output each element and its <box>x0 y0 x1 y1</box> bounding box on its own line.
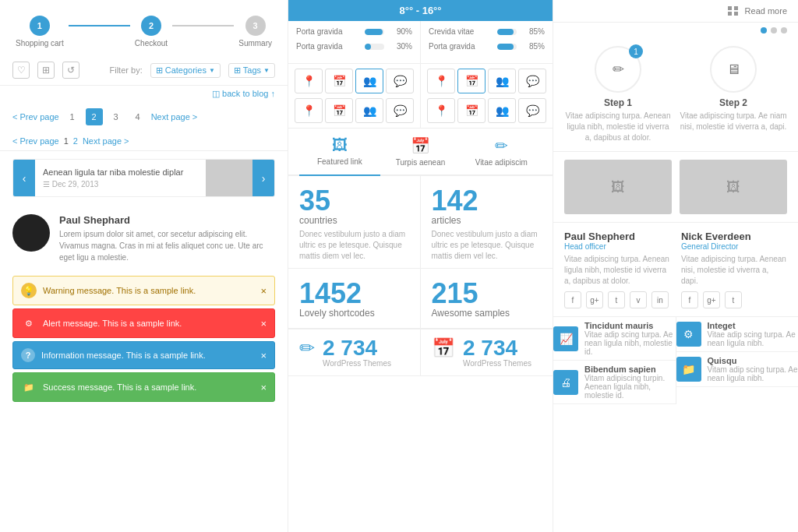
icon-calendar-3[interactable]: 📅 <box>457 69 486 93</box>
prev-page-2-btn[interactable]: < Prev page <box>12 136 59 146</box>
pagination-2: < Prev page 1 2 Next page > <box>0 132 288 151</box>
icon-chat-2[interactable]: 💬 <box>386 98 414 123</box>
middle-panel: 8°° - 16°° Porta gravida 90% Porta gravi… <box>288 0 553 532</box>
icon-users-1[interactable]: 👥 <box>355 69 383 93</box>
feature-integet-desc: Vitae adip scing turpa. Ae nean ligula n… <box>708 330 799 347</box>
progress-left: Porta gravida 90% Porta gravida 30% <box>288 21 421 63</box>
temperature: 8°° - 16°° <box>399 5 441 16</box>
progress-pct-1: 90% <box>390 27 412 36</box>
tags-filter[interactable]: ⊞ Tags ▼ <box>228 63 275 78</box>
alert-success-close[interactable]: × <box>260 382 267 393</box>
stat-samples: 215 Awesome samples <box>421 269 553 329</box>
next-page-2-btn[interactable]: Next page > <box>83 136 129 146</box>
grid-dot-3 <box>728 12 732 16</box>
progress-pct-3: 85% <box>523 27 545 36</box>
alert-success: 📁 Success message. This is a sample link… <box>12 372 275 402</box>
back-to-blog[interactable]: ◫ back to blog ↑ <box>0 86 288 102</box>
avatar <box>12 214 50 252</box>
feature-quisqu-title: Quisqu <box>708 356 799 365</box>
icon-calendar-4[interactable]: 📅 <box>457 98 486 123</box>
read-more-link[interactable]: Read more <box>745 6 787 16</box>
paul-gplus[interactable]: g+ <box>586 291 603 308</box>
grid-dot-2 <box>734 6 738 10</box>
step-2-icon: 🖥 <box>726 62 740 78</box>
grid-icon[interactable]: ⊞ <box>37 62 55 79</box>
icon-chat-3[interactable]: 💬 <box>518 69 546 93</box>
page-2-1[interactable]: 1 <box>64 136 69 146</box>
dot-active <box>761 27 767 33</box>
page-2[interactable]: 2 <box>86 108 103 125</box>
paul-facebook[interactable]: f <box>564 291 581 308</box>
tab-vitae[interactable]: ✏ Vitae adipiscim <box>461 129 542 174</box>
tab-turpis[interactable]: 📅 Turpis aenean <box>380 129 461 174</box>
icon-users-2[interactable]: 👥 <box>355 98 383 123</box>
icon-stat-2-label: WordPress Themes <box>463 359 531 368</box>
tab-featured-icon: 🖼 <box>332 136 348 154</box>
feature-quisqu: 📁 Quisqu Vitam adip scing turpa. Ae nean… <box>676 352 799 387</box>
progress-fill-4 <box>497 44 514 50</box>
icon-grid-right: 📍 📅 👥 💬 📍 📅 👥 💬 <box>421 64 553 128</box>
alert-danger: ⚙ Alert message. This is a sample link. … <box>12 308 275 338</box>
alert-danger-close[interactable]: × <box>260 318 267 329</box>
feature-integet: ⚙ Integet Vitae adip scing turpa. Ae nea… <box>676 317 799 352</box>
alert-success-text: Success message. This is a sample link. <box>43 382 196 392</box>
tab-featured-link[interactable]: 🖼 Featured link <box>299 129 380 176</box>
nick-facebook[interactable]: f <box>681 291 698 308</box>
nick-twitter[interactable]: t <box>725 291 742 308</box>
slider-next-btn[interactable]: › <box>252 160 274 196</box>
img-card-1: 🖼 <box>564 160 672 214</box>
progress-row-2: Porta gravida 30% <box>296 42 412 51</box>
icon-calendar-1[interactable]: 📅 <box>325 69 353 93</box>
icon-calendar-2[interactable]: 📅 <box>325 98 353 123</box>
icon-stat-1-number: 2 734 <box>323 337 391 359</box>
tags-label: Tags <box>243 65 261 75</box>
next-page-btn[interactable]: Next page > <box>151 112 198 122</box>
slider-prev-btn[interactable]: ‹ <box>13 160 35 196</box>
dot-2 <box>781 27 787 33</box>
icon-location-3[interactable]: 📍 <box>427 69 455 93</box>
paul-twitter[interactable]: t <box>608 291 625 308</box>
progress-label-1: Porta gravida <box>296 27 358 36</box>
step-2-label: Checkout <box>135 39 168 48</box>
alert-info-close[interactable]: × <box>260 350 267 361</box>
step-3-label: Summary <box>238 39 272 48</box>
refresh-icon[interactable]: ↺ <box>62 62 79 79</box>
page-4[interactable]: 4 <box>129 108 147 125</box>
feature-quisqu-desc: Vitam adip scing turpa. Ae nean ligula n… <box>708 365 799 382</box>
progress-pct-2: 30% <box>390 42 412 51</box>
icon-location-1[interactable]: 📍 <box>295 69 323 93</box>
alert-warning-close[interactable]: × <box>260 285 267 297</box>
step-1-circle: 1 <box>30 16 50 36</box>
dots-indicator <box>553 23 798 38</box>
step-2-circle: 2 <box>141 16 161 36</box>
page-2-2[interactable]: 2 <box>73 136 78 146</box>
progress-right: Crevida vitae 85% Porta gravida 85% <box>421 21 553 63</box>
prev-page-btn[interactable]: < Prev page <box>12 112 59 122</box>
paul-role: Head officer <box>564 242 670 251</box>
profile-card-nick: Nick Everdeen General Director Vitae adi… <box>681 231 787 308</box>
step-3-circle: 3 <box>245 16 266 36</box>
icon-users-4[interactable]: 👥 <box>488 98 516 123</box>
progress-fill-2 <box>365 44 371 50</box>
icon-location-4[interactable]: 📍 <box>427 98 455 123</box>
cards-row: 🖼 🖼 <box>553 152 798 223</box>
page-1[interactable]: 1 <box>64 108 81 125</box>
paul-linkedin[interactable]: in <box>651 291 669 308</box>
icon-location-2[interactable]: 📍 <box>295 98 323 123</box>
icon-users-3[interactable]: 👥 <box>488 69 516 93</box>
progress-bar-4 <box>497 44 517 50</box>
icon-chat-4[interactable]: 💬 <box>518 98 546 123</box>
categories-filter[interactable]: ⊞ Categories ▼ <box>150 63 221 78</box>
step-1-desc: Vitae adipiscing turpa. Aenean ligula ni… <box>564 111 672 143</box>
icon-chat-1[interactable]: 💬 <box>386 69 414 93</box>
progress-fill-3 <box>497 29 514 35</box>
nick-gplus[interactable]: g+ <box>703 291 720 308</box>
page-3[interactable]: 3 <box>108 108 125 125</box>
step-1-label: Shopping cart <box>16 39 64 48</box>
stat-countries: 35 countries Donec vestibulum justo a di… <box>288 176 421 269</box>
paul-vine[interactable]: v <box>630 291 647 308</box>
feature-bibendum-title: Bibendum sapien <box>584 365 676 374</box>
heart-icon[interactable]: ♡ <box>12 62 30 79</box>
stat-articles-number: 142 <box>432 187 542 215</box>
warning-icon: 💡 <box>21 283 37 298</box>
